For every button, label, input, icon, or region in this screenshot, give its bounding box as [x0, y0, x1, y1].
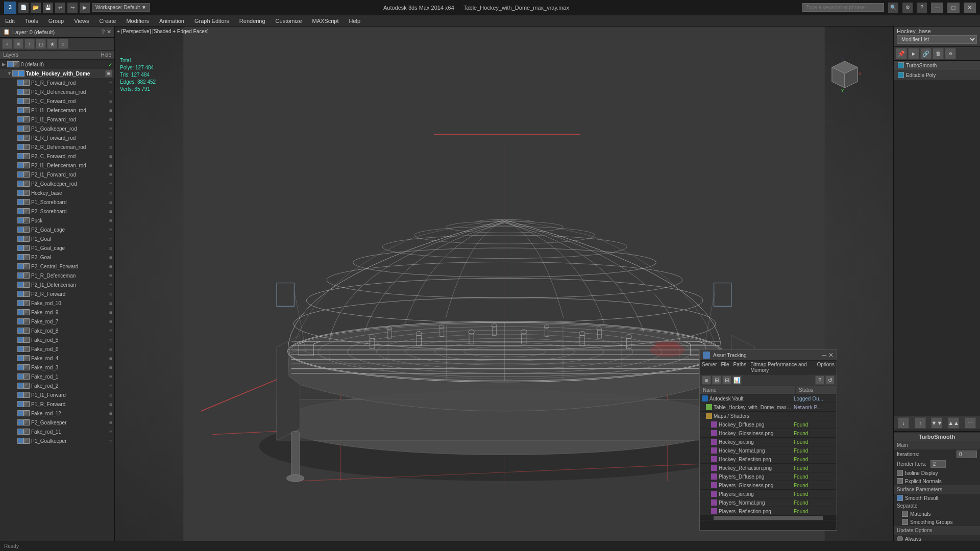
layer-mesh-item[interactable]: P1_Goal_cage≡ [0, 243, 114, 253]
menu-edit[interactable]: Edit [0, 17, 20, 25]
layer-mesh-item[interactable]: P2_Scoreboard≡ [0, 207, 114, 216]
at-row[interactable]: Hockey_Refraction.png Found [700, 464, 837, 472]
options-button[interactable]: ⋯ [965, 417, 976, 429]
layer-mesh-item[interactable]: Hockey_base≡ [0, 188, 114, 197]
layer-checkbox[interactable] [17, 126, 23, 132]
properties-button[interactable]: ≡ [58, 39, 68, 49]
layer-checkbox[interactable] [17, 80, 23, 86]
at-report-view[interactable]: 📊 [732, 375, 742, 385]
at-menu-paths[interactable]: Paths [733, 362, 747, 373]
at-minimize-button[interactable]: ─ [822, 352, 826, 359]
at-row[interactable]: Hockey_Reflection.png Found [700, 455, 837, 464]
layer-checkbox[interactable] [17, 282, 23, 288]
layer-checkbox[interactable] [17, 199, 23, 205]
layer-checkbox[interactable] [7, 61, 13, 67]
expand-icon[interactable]: ▶ [2, 62, 7, 67]
layer-mesh-item[interactable]: P2_l1_Defenceman_rod≡ [0, 161, 114, 170]
expand-all-button[interactable]: ▲▲ [948, 417, 959, 429]
at-menu-server[interactable]: Server [702, 362, 717, 373]
search-input[interactable] [802, 3, 884, 12]
layer-mesh-item[interactable]: Fake_rod_5≡ [0, 335, 114, 344]
redo-icon[interactable]: ↪ [67, 3, 78, 13]
layer-group-item[interactable]: ▼ Table_Hockey_with_Dome ≡ [0, 69, 114, 78]
smooth-result-checkbox[interactable] [897, 495, 903, 501]
layer-mesh-item[interactable]: Fake_rod_3≡ [0, 363, 114, 372]
layer-mesh-item[interactable]: P2_Goal_cage≡ [0, 225, 114, 234]
materials-row[interactable]: Materials [894, 510, 980, 518]
layer-mesh-item[interactable]: Fake_rod_9≡ [0, 308, 114, 317]
layer-mesh-item[interactable]: Fake_rod_8≡ [0, 326, 114, 335]
layer-checkbox[interactable] [17, 364, 23, 370]
layer-mesh-item[interactable]: Fake_rod_12≡ [0, 409, 114, 418]
menu-create[interactable]: Create [94, 17, 121, 25]
layer-checkbox[interactable] [17, 236, 23, 242]
menu-tools[interactable]: Tools [20, 17, 43, 25]
layer-checkbox[interactable] [17, 392, 23, 398]
layer-checkbox[interactable] [17, 328, 23, 334]
smooth-result-row[interactable]: Smooth Result [894, 494, 980, 502]
isoline-row[interactable]: Isoline Display [894, 469, 980, 477]
layer-checkbox[interactable] [17, 373, 23, 380]
layer-mesh-item[interactable]: Fake_rod_4≡ [0, 354, 114, 363]
layer-checkbox[interactable] [17, 438, 23, 444]
layer-checkbox[interactable] [17, 254, 23, 260]
layer-mesh-item[interactable]: Fake_rod_10≡ [0, 298, 114, 308]
layer-checkbox[interactable] [17, 171, 23, 178]
layer-mesh-item[interactable]: P1_Scoreboard≡ [0, 197, 114, 207]
search-icon[interactable]: 🔍 [888, 3, 898, 13]
at-menu-options[interactable]: Options [817, 362, 835, 373]
explicit-normals-checkbox[interactable] [897, 478, 903, 484]
layer-close-icon[interactable]: ✕ [107, 29, 111, 35]
delete-layer-button[interactable]: ✕ [13, 39, 23, 49]
layer-checkbox[interactable] [17, 107, 23, 113]
layer-checkbox[interactable] [17, 227, 23, 233]
layer-mesh-item[interactable]: P2_R_Forward_rod≡ [0, 133, 114, 142]
layer-mesh-item[interactable]: P1_R_Forward_rod≡ [0, 78, 114, 87]
layer-mesh-item[interactable]: P2_R_Defenceman_rod≡ [0, 142, 114, 152]
layer-checkbox[interactable] [17, 419, 23, 425]
editable-poly-modifier[interactable]: Editable Poly [894, 70, 980, 80]
close-button[interactable]: ✕ [964, 3, 976, 13]
menu-help[interactable]: Help [344, 17, 366, 25]
layer-checkbox[interactable] [17, 263, 23, 269]
modifier-enabled-check[interactable] [898, 62, 904, 68]
open-icon[interactable]: 📂 [31, 3, 41, 13]
layer-mesh-item[interactable]: P2_Goal≡ [0, 253, 114, 262]
maximize-button[interactable]: □ [947, 3, 960, 13]
at-row[interactable]: Players_Normal.png Found [700, 498, 837, 507]
turbosmooth-modifier[interactable]: TurboSmooth [894, 61, 980, 70]
modifier-list-dropdown[interactable]: Modifier List [897, 35, 977, 44]
at-icon-view[interactable]: ⊞ [712, 375, 721, 385]
layer-checkbox[interactable] [17, 208, 23, 214]
settings-icon[interactable]: ⚙ [902, 3, 913, 13]
at-row[interactable]: Hockey_Diffuse.png Found [700, 420, 837, 429]
make-unique-button[interactable]: 🔗 [920, 48, 932, 59]
layer-checkbox[interactable] [17, 337, 23, 343]
layer-checkbox[interactable] [17, 153, 23, 159]
render-icon[interactable]: ▶ [80, 3, 90, 13]
explicit-normals-row[interactable]: Explicit Normals [894, 477, 980, 485]
at-row[interactable]: Players_Diffuse.png Found [700, 472, 837, 481]
new-layer-button[interactable]: + [2, 39, 12, 49]
iterations-input[interactable] [957, 450, 977, 458]
layer-mesh-item[interactable]: Fake_rod_11≡ [0, 427, 114, 436]
at-scrollbar-thumb[interactable] [714, 516, 823, 520]
layer-checkbox[interactable] [17, 245, 23, 251]
layer-checkbox[interactable] [17, 217, 23, 223]
menu-customize[interactable]: Customize [271, 17, 307, 25]
at-close-button[interactable]: ✕ [828, 352, 834, 359]
layer-mesh-item[interactable]: P1_Goal≡ [0, 234, 114, 243]
layer-checkbox[interactable] [17, 144, 23, 150]
at-row[interactable]: Hockey_Normal.png Found [700, 446, 837, 455]
layer-help-icon[interactable]: ? [102, 29, 105, 35]
show-result-button[interactable]: ▶ [908, 48, 919, 59]
layer-checkbox[interactable] [17, 116, 23, 122]
layer-mesh-item[interactable]: P1_Goalkeeper≡ [0, 436, 114, 445]
menu-maxscript[interactable]: MAXScript [307, 17, 344, 25]
layer-checkbox[interactable] [17, 272, 23, 279]
select-objects-button[interactable]: ◻ [36, 39, 46, 49]
layer-mesh-item[interactable]: P1_C_Forward_rod≡ [0, 96, 114, 106]
workspace-button[interactable]: Workspace: Default ▼ [92, 3, 150, 12]
layer-checkbox[interactable] [17, 291, 23, 297]
isoline-checkbox[interactable] [897, 470, 903, 476]
